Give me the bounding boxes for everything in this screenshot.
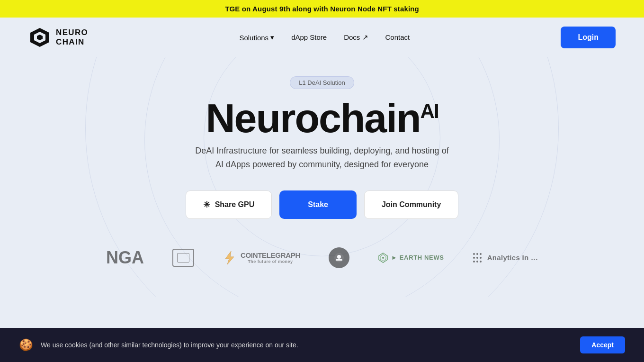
partner-earth-news: ► EARTH NEWS (378, 253, 444, 263)
cookie-text: We use cookies (and other similar techno… (41, 341, 572, 349)
login-button[interactable]: Login (561, 27, 616, 48)
svg-point-8 (382, 257, 384, 259)
announcement-text: TGE on August 9th along with Neuron Node… (225, 5, 419, 13)
chevron-down-icon: ▾ (270, 33, 274, 42)
docs-link[interactable]: Docs ↗ (344, 33, 368, 41)
nav-item-solutions[interactable]: Solutions ▾ (239, 33, 274, 42)
hero-subtitle: DeAI Infrastructure for seamless buildin… (180, 144, 464, 172)
analytics-icon (473, 253, 485, 263)
partner-analytics: Analytics In... (473, 253, 538, 263)
partner-screen (172, 249, 194, 267)
nav-links: Solutions ▾ dApp Store Docs ↗ Contact (239, 33, 410, 42)
svg-point-4 (337, 255, 341, 259)
accept-cookie-button[interactable]: Accept (580, 336, 625, 353)
svg-point-10 (476, 253, 478, 255)
partners-bar: NGA COINTELEGRAPH The future of money (9, 247, 635, 268)
cointelegraph-icon (223, 250, 237, 265)
svg-point-9 (473, 253, 475, 255)
neurochain-logo-icon (28, 26, 51, 49)
svg-rect-5 (336, 259, 342, 261)
logo-text: NEURO CHAIN (56, 28, 88, 47)
partner-ninja (329, 247, 349, 268)
hero-section: L1 DeAI Solution NeurochainAI DeAI Infra… (0, 57, 644, 297)
nav-item-contact[interactable]: Contact (385, 33, 410, 42)
announcement-banner: TGE on August 9th along with Neuron Node… (0, 0, 644, 18)
solutions-link[interactable]: Solutions ▾ (239, 33, 274, 42)
screen-icon (172, 249, 194, 267)
cookie-banner: 🍪 We use cookies (and other similar tech… (0, 328, 644, 362)
hero-badge: L1 DeAI Solution (290, 76, 354, 89)
share-gpu-button[interactable]: ✳ Share GPU (186, 190, 272, 219)
navbar: NEURO CHAIN Solutions ▾ dApp Store Docs … (0, 18, 644, 57)
hero-title: NeurochainAI (9, 98, 635, 138)
dapp-store-link[interactable]: dApp Store (291, 33, 327, 41)
partner-nga: NGA (106, 248, 144, 268)
svg-point-14 (480, 257, 482, 259)
nav-item-docs[interactable]: Docs ↗ (344, 33, 368, 42)
cta-buttons: ✳ Share GPU Stake Join Community (9, 190, 635, 219)
join-community-button[interactable]: Join Community (364, 190, 458, 219)
stake-button[interactable]: Stake (279, 190, 357, 219)
svg-point-16 (476, 261, 478, 262)
svg-point-17 (480, 261, 482, 262)
contact-link[interactable]: Contact (385, 33, 410, 41)
earth-news-icon (378, 253, 388, 263)
ninja-icon (333, 252, 345, 263)
svg-point-12 (473, 257, 475, 259)
svg-point-15 (473, 261, 475, 262)
gpu-icon: ✳ (203, 199, 210, 210)
partner-cointelegraph: COINTELEGRAPH The future of money (223, 250, 300, 265)
logo[interactable]: NEURO CHAIN (28, 26, 88, 49)
svg-point-13 (476, 257, 478, 259)
svg-point-11 (480, 253, 482, 255)
nav-item-dapp[interactable]: dApp Store (291, 33, 327, 42)
cookie-icon: 🍪 (19, 338, 33, 352)
